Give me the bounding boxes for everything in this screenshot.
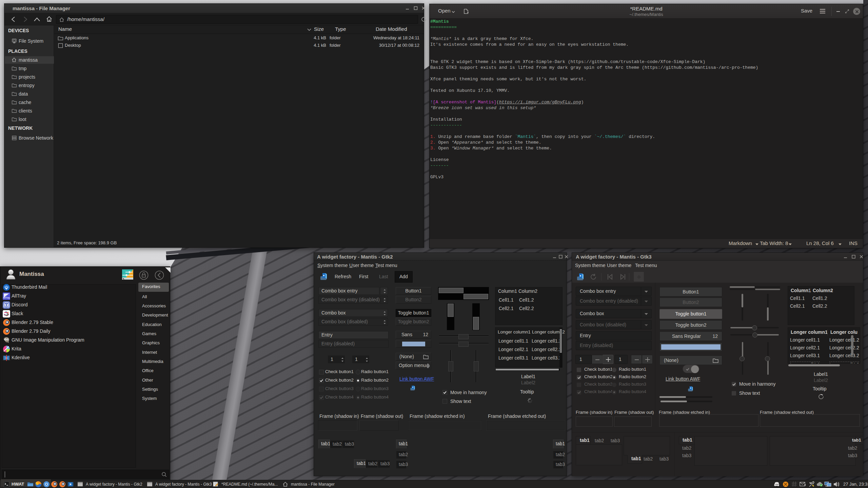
svg-text:AllTray: AllTray — [3, 297, 10, 299]
